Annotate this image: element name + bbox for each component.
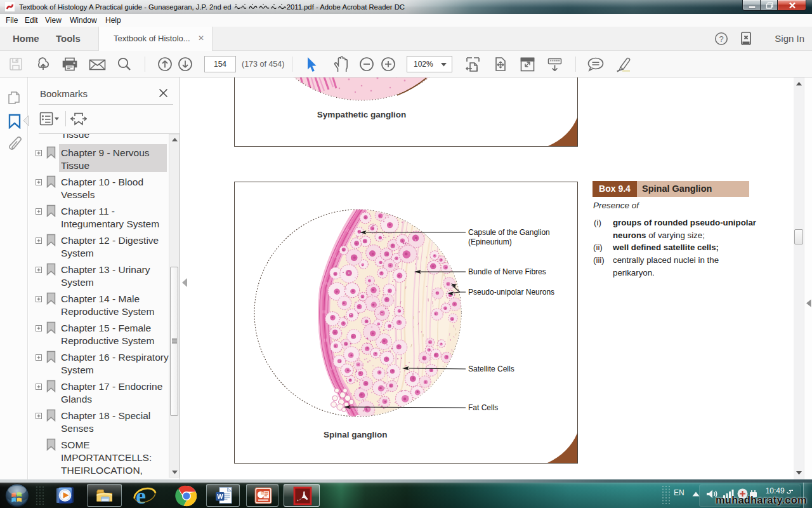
svg-text:?: ? [719,34,723,44]
svg-text:e: e [136,484,146,507]
